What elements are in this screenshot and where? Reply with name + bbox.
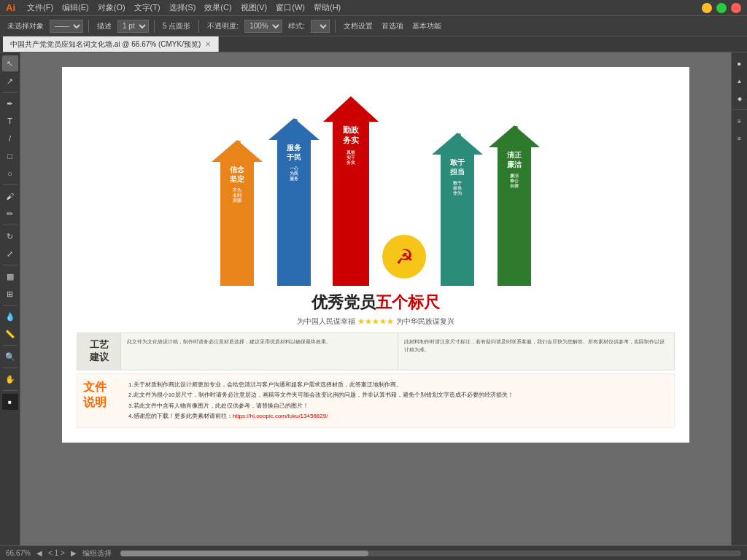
maximize-button[interactable] (716, 3, 727, 13)
arrow-green-text: 廉洁奉公自律 (510, 174, 519, 190)
fill-stroke[interactable]: ■ (2, 394, 18, 410)
side-text-teal: 勇于担当不惧艰难 (453, 127, 462, 133)
side-text-green: 廉洁自律清正做人 (510, 120, 519, 125)
mesh-tool[interactable]: ⊞ (2, 286, 18, 302)
toolbar-divider-2 (154, 20, 155, 33)
file-label: 文件说明 (83, 380, 120, 422)
right-panel-btn-5[interactable]: ≡ (732, 131, 748, 147)
size-select[interactable]: 1 pt (117, 20, 149, 33)
measure-tool[interactable]: 📏 (2, 326, 18, 342)
toolbar-divider-4 (335, 20, 336, 33)
arrow-blue-text: 一心为民服务 (290, 166, 298, 182)
pen-tool[interactable]: ✒ (2, 96, 18, 112)
tab-label: 中国共产党党员应知名词文化墙.ai @ 66.67% (CMYK/预览) (10, 39, 201, 50)
text-tool[interactable]: T (2, 113, 18, 129)
tool-divider-6 (3, 345, 18, 346)
arrow-blue: 服务于民勤政廉洁 服务于民 一心为民服务 (268, 112, 320, 286)
menu-object[interactable]: 对象(O) (98, 2, 125, 13)
hand-tool[interactable]: ✋ (2, 371, 18, 387)
toolbar-divider-3 (198, 20, 199, 33)
selection-tool[interactable]: ↖ (2, 55, 18, 71)
nav-prev[interactable]: ◀ (36, 549, 42, 557)
status-bar: 66.67% ◀ < 1 > ▶ 编组选择 (0, 545, 747, 560)
right-panel-btn-2[interactable]: ▲ (732, 73, 748, 89)
info-label-text: 工艺建议 (90, 339, 109, 364)
scroll-bar[interactable] (120, 551, 741, 556)
zoom-display: 66.67% (6, 549, 31, 557)
arrow-green-label: 清正廉洁 (507, 150, 522, 169)
stars-icon: ★★★★★ (357, 317, 396, 325)
info-content: 此文件为文化墙设计稿，制作时请务必注意材质选择，建议采用优质材料以确保最终效果。 (121, 333, 398, 370)
arrow-red: 勤政务实 真抓实干务实 (325, 96, 376, 286)
menu-window[interactable]: 窗口(W) (276, 2, 305, 13)
opacity-select[interactable]: 100% (244, 20, 282, 33)
arrow-teal-label: 敢于担当 (450, 158, 465, 176)
circle-tool[interactable]: ○ (2, 166, 18, 182)
toolbar: 未选择对象 —— 描述 1 pt 5 点圆形 不透明度: 100% 样式: 文档… (0, 16, 747, 36)
party-emblem: ☭ (382, 235, 426, 279)
canvas-area[interactable]: 优写网 优写网 优写网 不为名利所困惑 信念坚定 (20, 52, 731, 545)
doc-settings-btn[interactable]: 文档设置 (341, 20, 376, 33)
canvas-scroll[interactable]: 优写网 优写网 优写网 不为名利所困惑 信念坚定 (20, 52, 731, 545)
zoom-tool[interactable]: 🔍 (2, 349, 18, 365)
document-tab[interactable]: 中国共产党党员应知名词文化墙.ai @ 66.67% (CMYK/预览) ✕ (3, 36, 219, 52)
menu-help[interactable]: 帮助(H) (314, 2, 341, 13)
rect-tool[interactable]: □ (2, 148, 18, 164)
rotate-tool[interactable]: ↻ (2, 228, 18, 244)
side-text-orange: 不为名利所困惑 (233, 134, 241, 140)
shape-select-label: 5 点圆形 (160, 20, 193, 33)
menu-select[interactable]: 选择(S) (169, 2, 196, 13)
right-panel-btn-1[interactable]: ■ (732, 55, 748, 71)
brush-tool[interactable]: 🖌 (2, 188, 18, 204)
opacity-label: 不透明度: (204, 20, 241, 33)
eyedropper-tool[interactable]: 💧 (2, 308, 18, 324)
tab-close-icon[interactable]: ✕ (205, 40, 211, 48)
info-label: 工艺建议 (77, 333, 121, 370)
direct-select-tool[interactable]: ↗ (2, 73, 18, 89)
tool-divider-8 (3, 390, 18, 391)
scroll-thumb (120, 551, 369, 556)
style-label: 样式: (285, 20, 308, 33)
menu-view[interactable]: 视图(V) (241, 2, 268, 13)
nav-next[interactable]: ▶ (71, 549, 77, 557)
main-layout: ↖ ↗ ✒ T / □ ○ 🖌 ✏ ↻ ⤢ ▦ ⊞ 💧 📏 🔍 ✋ ■ 优写网 … (0, 52, 747, 545)
line-tool[interactable]: / (2, 131, 18, 147)
gradient-tool[interactable]: ▦ (2, 268, 18, 284)
arrow-teal: 勇于担当不惧艰难 敢于担当 敢于担当作为 (432, 127, 483, 286)
right-panel: ■ ▲ ◆ ≡ ≡ (731, 52, 747, 545)
pencil-tool[interactable]: ✏ (2, 206, 18, 222)
menu-file[interactable]: 文件(F) (27, 2, 53, 13)
right-panel-btn-4[interactable]: ≡ (732, 113, 748, 129)
arrow-green: 廉洁自律清正做人 清正廉洁 廉洁奉公自律 (489, 120, 540, 286)
preferences-btn[interactable]: 首选项 (379, 20, 406, 33)
tool-divider-1 (3, 92, 18, 93)
left-toolbar: ↖ ↗ ✒ T / □ ○ 🖌 ✏ ↻ ⤢ ▦ ⊞ 💧 📏 🔍 ✋ ■ (0, 52, 20, 545)
file-note-2: 2.此文件为很小10层尺寸，制作时请务必注意层边，画稿等文件夹可能会改变比例的问… (128, 390, 668, 400)
tab-bar: 中国共产党党员应知名词文化墙.ai @ 66.67% (CMYK/预览) ✕ (0, 36, 747, 52)
status-label: 编组选择 (82, 548, 112, 559)
menu-effect[interactable]: 效果(C) (204, 2, 231, 13)
arrows-section: 不为名利所困惑 信念坚定 不为名利所困 服务于民勤政廉洁 (77, 82, 675, 286)
right-panel-btn-3[interactable]: ◆ (732, 90, 748, 106)
stroke-select[interactable]: —— (50, 20, 83, 33)
arrow-blue-label: 服务于民 (287, 143, 301, 162)
title-black: 优秀党员 (311, 293, 376, 311)
arrow-red-label: 勤政务实 (343, 125, 359, 146)
arrow-teal-text: 敢于担当作为 (453, 181, 462, 197)
tool-divider-7 (3, 368, 18, 368)
subtitle-right: 为中华民族谋复兴 (396, 317, 454, 325)
menu-bar: Ai 文件(F) 编辑(E) 对象(O) 文字(T) 选择(S) 效果(C) 视… (0, 0, 747, 16)
basic-func-btn[interactable]: 基本功能 (409, 20, 444, 33)
minimize-button[interactable] (702, 3, 712, 13)
style-select[interactable] (311, 20, 330, 33)
menu-text[interactable]: 文字(T) (134, 2, 160, 13)
tool-divider-3 (3, 225, 18, 225)
page-number: < 1 > (48, 549, 65, 557)
scale-tool[interactable]: ⤢ (2, 246, 18, 262)
file-note-4: 4.感谢您的下载！更多此类素材请前往：https://hi.ooopic.com… (128, 411, 668, 421)
file-url[interactable]: https://hi.ooopic.com/tuku/13456829/ (233, 413, 328, 419)
menu-edit[interactable]: 编辑(E) (62, 2, 89, 13)
close-button[interactable] (731, 3, 741, 13)
compare-label: 描述 (94, 20, 115, 33)
title-red: 五个标尺 (376, 293, 440, 311)
